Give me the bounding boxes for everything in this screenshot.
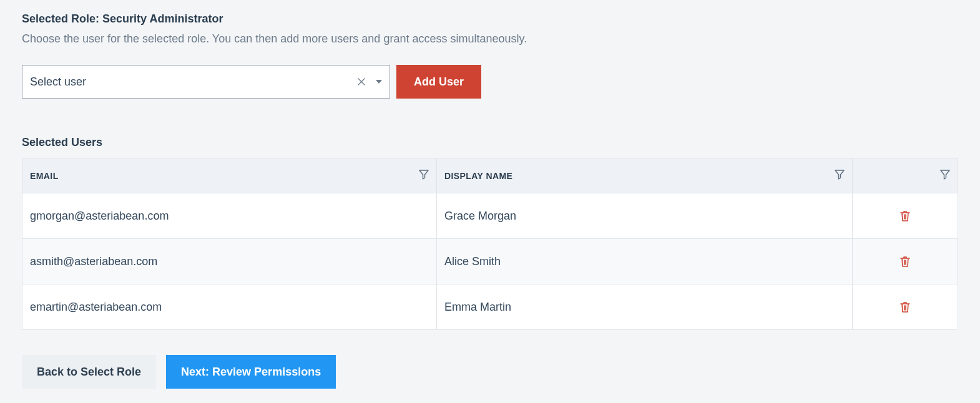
- footer-buttons: Back to Select Role Next: Review Permiss…: [22, 355, 958, 389]
- select-user-dropdown[interactable]: Select user: [22, 65, 390, 99]
- selected-role-description: Choose the user for the selected role. Y…: [22, 31, 958, 47]
- column-header-actions: [853, 158, 958, 193]
- selected-role-title: Selected Role: Security Administrator: [22, 12, 958, 26]
- table-row: asmith@asteriabean.comAlice Smith: [22, 239, 958, 284]
- column-header-display-name[interactable]: DISPLAY NAME: [437, 158, 853, 193]
- filter-icon[interactable]: [940, 170, 950, 182]
- cell-display-name: Emma Martin: [437, 284, 853, 329]
- column-header-email[interactable]: EMAIL: [22, 158, 437, 193]
- column-header-display-name-label: DISPLAY NAME: [444, 171, 512, 181]
- add-user-button[interactable]: Add User: [396, 65, 481, 99]
- table-body: gmorgan@asteriabean.comGrace Morganasmit…: [22, 193, 958, 329]
- cell-actions: [853, 239, 958, 284]
- selected-users-title: Selected Users: [22, 136, 958, 149]
- cell-actions: [853, 193, 958, 238]
- select-user-placeholder: Select user: [30, 75, 357, 89]
- cell-display-name: Grace Morgan: [437, 193, 853, 238]
- cell-email: emartin@asteriabean.com: [22, 284, 437, 329]
- back-button[interactable]: Back to Select Role: [22, 355, 156, 389]
- table-row: emartin@asteriabean.comEmma Martin: [22, 284, 958, 329]
- filter-icon[interactable]: [835, 170, 845, 182]
- delete-row-button[interactable]: [896, 207, 914, 225]
- selected-users-table: EMAIL DISPLAY NAME gmorgan@asteriabean.c…: [22, 158, 958, 330]
- cell-display-name: Alice Smith: [437, 239, 853, 284]
- filter-icon[interactable]: [419, 170, 429, 182]
- column-header-email-label: EMAIL: [30, 171, 59, 181]
- add-user-row: Select user Add User: [22, 65, 958, 99]
- clear-icon[interactable]: [357, 77, 366, 86]
- table-row: gmorgan@asteriabean.comGrace Morgan: [22, 193, 958, 239]
- cell-email: asmith@asteriabean.com: [22, 239, 437, 284]
- cell-actions: [853, 284, 958, 329]
- table-header: EMAIL DISPLAY NAME: [22, 158, 958, 193]
- next-button[interactable]: Next: Review Permissions: [166, 355, 336, 389]
- cell-email: gmorgan@asteriabean.com: [22, 193, 437, 238]
- delete-row-button[interactable]: [896, 298, 914, 316]
- caret-down-icon[interactable]: [376, 80, 382, 84]
- delete-row-button[interactable]: [896, 253, 914, 270]
